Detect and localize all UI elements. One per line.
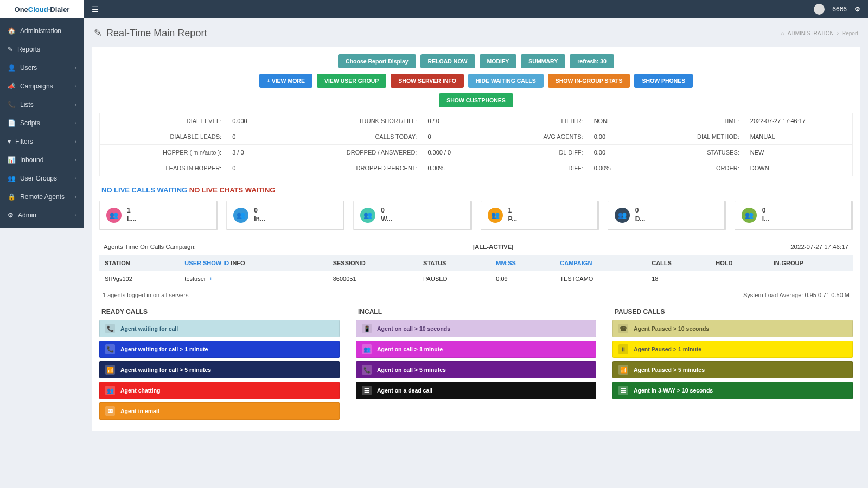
- button-row-2: + VIEW MOREVIEW USER GROUPSHOW SERVER IN…: [99, 74, 853, 88]
- legend-item: 📶Agent waiting for call > 5 minutes: [99, 361, 340, 378]
- list-icon: ☰: [618, 386, 628, 395]
- campaign-right: 2022-07-27 17:46:17: [790, 243, 848, 250]
- button-refresh-30[interactable]: refresh: 30: [570, 54, 614, 68]
- button-choose-report-display[interactable]: Choose Report Display: [338, 54, 416, 68]
- cell-campaign: TESTCAMO: [554, 271, 646, 287]
- sidebar-item-filters[interactable]: ▾Filters‹: [0, 132, 84, 151]
- stat-value: MANUAL: [745, 129, 852, 144]
- hamburger-icon[interactable]: ☰: [92, 5, 99, 14]
- system-load: System Load Average: 0.95 0.71 0.50 M: [743, 292, 850, 298]
- file-icon: 📄: [8, 119, 16, 127]
- sidebar-item-user-groups[interactable]: 👥User Groups‹: [0, 169, 84, 188]
- sidebar-item-label: Administration: [20, 27, 61, 35]
- legend-ready: READY CALLS 📞Agent waiting for call📞Agen…: [99, 308, 340, 423]
- summary-tile[interactable]: 👥1P...: [481, 201, 599, 230]
- summary-tile[interactable]: 👥0W...: [353, 201, 471, 230]
- button-show-in-group-stats[interactable]: SHOW IN-GROUP STATS: [548, 74, 630, 88]
- sidebar-item-reports[interactable]: ✎Reports: [0, 40, 84, 59]
- button-reload-now[interactable]: RELOAD NOW: [420, 54, 475, 68]
- stat-value: DOWN: [745, 160, 852, 176]
- no-live-calls: NO LIVE CALLS WAITING: [101, 186, 187, 194]
- button--view-more[interactable]: + VIEW MORE: [259, 74, 312, 88]
- legend-label: Agent waiting for call > 5 minutes: [120, 367, 211, 373]
- agent-table-body: SIP/gs102testuser +8600051PAUSED0:09TEST…: [99, 271, 853, 287]
- button-show-custphones[interactable]: SHOW CUSTPHONES: [439, 93, 513, 107]
- legend-label: Agent chatting: [120, 387, 161, 394]
- page-title: ✎ Real-Time Main Report: [94, 27, 207, 39]
- legend-label: Agent on call > 10 seconds: [377, 325, 450, 332]
- stat-label: AVG AGENTS:: [491, 129, 589, 144]
- button-view-user-group[interactable]: VIEW USER GROUP: [317, 74, 386, 88]
- legend-item: ⏸Agent Paused > 1 minute: [612, 341, 853, 358]
- app-root: OneCloud·Dialer 🏠Administration✎Reports👤…: [0, 0, 868, 488]
- stat-label: CALLS TODAY:: [295, 129, 422, 144]
- pause-icon: ⏸: [618, 344, 628, 354]
- sidebar-item-campaigns[interactable]: 📣Campaigns‹: [0, 77, 84, 95]
- sidebar-item-label: Inbound: [20, 156, 43, 164]
- sidebar-item-scripts[interactable]: 📄Scripts‹: [0, 114, 84, 132]
- edit-icon: ✎: [94, 27, 102, 39]
- sidebar-item-inbound[interactable]: 📊Inbound‹: [0, 151, 84, 169]
- cell-ingroup: [768, 271, 853, 287]
- cell-session: 8600051: [328, 271, 418, 287]
- stat-label: DIFF:: [491, 160, 589, 176]
- phone-icon: 📞: [105, 344, 115, 354]
- summary-tile[interactable]: 👥0I...: [735, 201, 853, 230]
- stat-value: 0.00: [589, 144, 647, 160]
- cell-hold: [710, 271, 768, 287]
- share-icon[interactable]: ⚙: [854, 5, 860, 13]
- stat-value: 0.000: [227, 113, 295, 129]
- button-hide-waiting-calls[interactable]: HIDE WAITING CALLS: [468, 74, 544, 88]
- crumb-administration[interactable]: ADMINISTRATION: [788, 30, 834, 36]
- sidebar-item-administration[interactable]: 🏠Administration: [0, 22, 84, 40]
- dashboard-icon: 🏠: [8, 27, 16, 35]
- cell-user: testuser +: [179, 271, 327, 287]
- sidebar-item-label: Scripts: [20, 119, 40, 127]
- sidebar-item-remote-agents[interactable]: 🔒Remote Agents‹: [0, 188, 84, 206]
- button-summary[interactable]: SUMMARY: [521, 54, 565, 68]
- legend-incall-title: INCALL: [356, 308, 596, 320]
- button-modify[interactable]: MODIFY: [480, 54, 517, 68]
- tile-icon: 👥: [615, 208, 630, 223]
- sidebar-item-label: Campaigns: [20, 82, 53, 90]
- page-title-text: Real-Time Main Report: [106, 28, 207, 39]
- envelope-icon: ✉: [105, 406, 115, 416]
- legend-label: Agent Paused > 10 seconds: [634, 325, 709, 332]
- summary-tile[interactable]: 👥0In...: [226, 201, 344, 230]
- cell-mmss: 0:09: [490, 271, 554, 287]
- users-icon: 👥: [105, 386, 115, 395]
- phone-wave-icon: 📶: [618, 365, 628, 375]
- table-row[interactable]: SIP/gs102testuser +8600051PAUSED0:09TEST…: [99, 271, 853, 287]
- stat-label: TRUNK SHORT/FILL:: [295, 113, 422, 129]
- sidebar-item-lists[interactable]: 📞Lists‹: [0, 95, 84, 114]
- chart-icon: 📊: [8, 156, 16, 164]
- stat-value: 0.00%: [422, 160, 490, 176]
- sidebar-item-admin[interactable]: ⚙Admin‹: [0, 206, 84, 224]
- gear-icon: ⚙: [8, 211, 14, 219]
- legend-item: ☰Agent on a dead call: [356, 382, 596, 399]
- phone-icon: 📞: [8, 101, 16, 108]
- dashboard-icon: ⌂: [781, 30, 784, 36]
- summary-tile[interactable]: 👥0D...: [608, 201, 726, 230]
- left-column: OneCloud·Dialer 🏠Administration✎Reports👤…: [0, 0, 84, 488]
- sidebar-item-users[interactable]: 👤Users‹: [0, 59, 84, 77]
- user-id[interactable]: 6666: [832, 5, 847, 13]
- stat-label: DIAL LEVEL:: [100, 113, 227, 129]
- stat-value: 0: [227, 129, 295, 144]
- tile-text: 1L...: [127, 207, 136, 223]
- button-show-phones[interactable]: SHOW PHONES: [634, 74, 693, 88]
- user-plus-link[interactable]: +: [209, 275, 213, 282]
- legend-label: Agent on a dead call: [377, 387, 432, 394]
- summary-tile[interactable]: 👥1L...: [99, 201, 218, 230]
- stat-label: HOPPER ( min/auto ):: [100, 144, 227, 160]
- stat-label: STATUSES:: [647, 144, 745, 160]
- tile-text: 1P...: [508, 207, 517, 223]
- content: ✎ Real-Time Main Report ⌂ ADMINISTRATION…: [84, 18, 868, 447]
- legend-item: 📞Agent waiting for call > 1 minute: [99, 341, 340, 358]
- sidebar-item-label: Admin: [18, 211, 36, 219]
- campaign-left: Agents Time On Calls Campaign:: [104, 243, 196, 250]
- button-show-server-info[interactable]: SHOW SERVER INFO: [391, 74, 464, 88]
- agents-logged-in: 1 agents logged in on all servers: [103, 292, 188, 298]
- legend-label: Agent Paused > 5 minutes: [634, 367, 705, 373]
- avatar[interactable]: [814, 4, 825, 15]
